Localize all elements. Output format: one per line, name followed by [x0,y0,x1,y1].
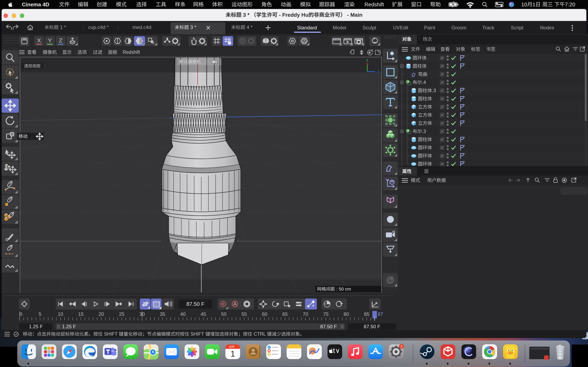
svg-text:X: X [37,37,41,44]
svg-text:87: 87 [378,311,383,317]
svg-text:85: 85 [364,311,370,317]
svg-text:55: 55 [242,311,247,317]
svg-text:10: 10 [58,311,63,317]
svg-text:Y: Y [48,37,52,44]
svg-text:A: A [303,39,306,43]
svg-text:60: 60 [262,311,268,317]
svg-text:70: 70 [303,311,308,317]
svg-text:5: 5 [39,311,41,317]
svg-text:Z: Z [377,70,379,74]
svg-text:0: 0 [20,311,22,317]
svg-text:1: 1 [231,349,235,358]
svg-text:15: 15 [78,311,84,317]
svg-text:40: 40 [180,311,186,317]
svg-text:25: 25 [119,311,125,317]
svg-text:2: 2 [400,345,402,349]
svg-text:65: 65 [282,311,288,317]
svg-text:X: X [366,62,368,66]
svg-text:35: 35 [160,311,165,317]
svg-text:75: 75 [323,311,329,317]
svg-text:80: 80 [344,311,349,317]
svg-text:45: 45 [201,311,206,317]
svg-text:50: 50 [221,311,227,317]
svg-text:10: 10 [229,345,232,349]
svg-text:Z: Z [59,37,62,44]
svg-text:20: 20 [99,311,104,317]
